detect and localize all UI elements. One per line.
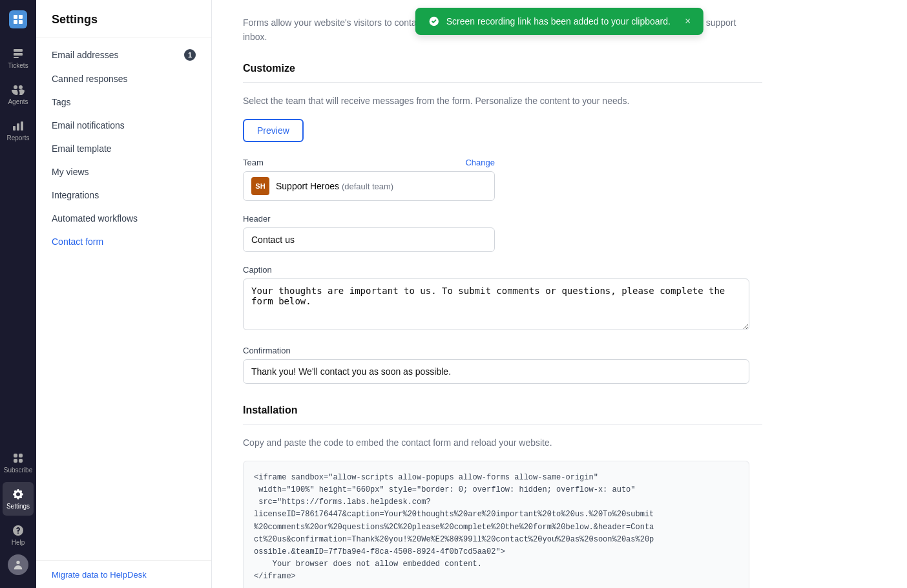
nav-subscribe[interactable]: Subscribe <box>3 446 34 479</box>
confirmation-field-group: Confirmation <box>243 346 762 384</box>
sidebar-footer: Migrate data to HelpDesk <box>36 560 211 588</box>
toast-message: Screen recording link has been added to … <box>446 16 671 26</box>
sidebar-item-label: Tags <box>52 97 71 107</box>
sidebar-nav: Email addresses 1 Canned responses Tags … <box>36 37 211 560</box>
migrate-link[interactable]: Migrate data to HelpDesk <box>52 570 147 580</box>
toast-notification: Screen recording link has been added to … <box>415 8 704 35</box>
caption-label: Caption <box>243 265 762 275</box>
nav-agents[interactable]: Agents <box>3 78 34 111</box>
code-block[interactable]: <iframe sandbox="allow-scripts allow-pop… <box>243 461 749 588</box>
customize-section: Customize Select the team that will rece… <box>243 63 762 384</box>
sidebar-item-label: Email notifications <box>52 120 125 131</box>
tickets-label: Tickets <box>8 62 28 69</box>
sidebar-item-label: Canned responses <box>52 74 128 84</box>
sidebar-item-label: Contact form <box>52 236 103 247</box>
svg-rect-3 <box>19 20 23 24</box>
email-badge: 1 <box>184 49 196 61</box>
sidebar-item-email-addresses[interactable]: Email addresses 1 <box>36 43 211 67</box>
preview-button[interactable]: Preview <box>243 119 304 142</box>
installation-divider <box>243 424 762 425</box>
sidebar-item-my-views[interactable]: My views <box>36 160 211 184</box>
sidebar-item-email-template[interactable]: Email template <box>36 137 211 160</box>
subscribe-label: Subscribe <box>4 467 32 474</box>
icon-bar: Tickets Agents Reports Subscribe Setting… <box>0 0 36 588</box>
change-team-link[interactable]: Change <box>465 158 495 167</box>
svg-rect-1 <box>19 15 23 19</box>
customize-subtitle: Select the team that will receive messag… <box>243 96 762 106</box>
team-label: Team <box>243 158 465 167</box>
nav-reports[interactable]: Reports <box>3 114 34 147</box>
team-field: SH Support Heroes (default team) <box>243 171 495 201</box>
caption-field-group: Caption Your thoughts are important to u… <box>243 265 762 333</box>
user-avatar[interactable] <box>8 554 28 575</box>
content-area: Forms allow your website's visitors to c… <box>212 0 907 588</box>
toast-close-button[interactable]: × <box>685 16 691 27</box>
nav-tickets[interactable]: Tickets <box>3 41 34 75</box>
sidebar: Settings Email addresses 1 Canned respon… <box>36 0 212 588</box>
main-content: Screen recording link has been added to … <box>212 0 907 588</box>
team-badge: SH <box>251 177 269 195</box>
nav-help[interactable]: Help <box>3 518 34 552</box>
installation-subtitle: Copy and paste the code to embed the con… <box>243 437 762 448</box>
sidebar-item-email-notifications[interactable]: Email notifications <box>36 114 211 137</box>
sidebar-item-label: Integrations <box>52 190 99 200</box>
customize-title: Customize <box>243 63 762 74</box>
sidebar-item-canned-responses[interactable]: Canned responses <box>36 67 211 90</box>
team-name: Support Heroes (default team) <box>276 181 393 191</box>
header-label: Header <box>243 214 762 224</box>
nav-settings[interactable]: Settings <box>3 482 34 516</box>
sidebar-item-label: Email template <box>52 143 112 154</box>
logo-icon[interactable] <box>9 10 27 28</box>
caption-textarea[interactable]: Your thoughts are important to us. To su… <box>243 278 749 330</box>
toast-check-icon <box>428 16 440 27</box>
customize-divider <box>243 82 762 83</box>
sidebar-title: Settings <box>36 0 211 37</box>
team-field-group: Team Change SH Support Heroes (default t… <box>243 158 762 201</box>
help-label: Help <box>12 539 25 546</box>
svg-rect-2 <box>14 20 17 24</box>
installation-section: Installation Copy and paste the code to … <box>243 404 762 588</box>
team-default-label: (default team) <box>342 182 393 191</box>
sidebar-item-label: Email addresses <box>52 50 119 60</box>
sidebar-item-tags[interactable]: Tags <box>36 90 211 114</box>
installation-title: Installation <box>243 404 762 416</box>
header-input[interactable] <box>243 227 495 252</box>
sidebar-item-label: My views <box>52 167 89 177</box>
sidebar-item-label: Automated workflows <box>52 213 138 224</box>
agents-label: Agents <box>8 98 28 105</box>
confirmation-input[interactable] <box>243 359 749 384</box>
header-field-group: Header <box>243 214 762 252</box>
sidebar-item-integrations[interactable]: Integrations <box>36 184 211 207</box>
svg-rect-0 <box>14 15 17 19</box>
sidebar-item-automated-workflows[interactable]: Automated workflows <box>36 207 211 230</box>
confirmation-label: Confirmation <box>243 346 762 355</box>
sidebar-item-contact-form[interactable]: Contact form <box>36 230 211 253</box>
settings-label: Settings <box>6 503 30 510</box>
reports-label: Reports <box>6 134 29 142</box>
